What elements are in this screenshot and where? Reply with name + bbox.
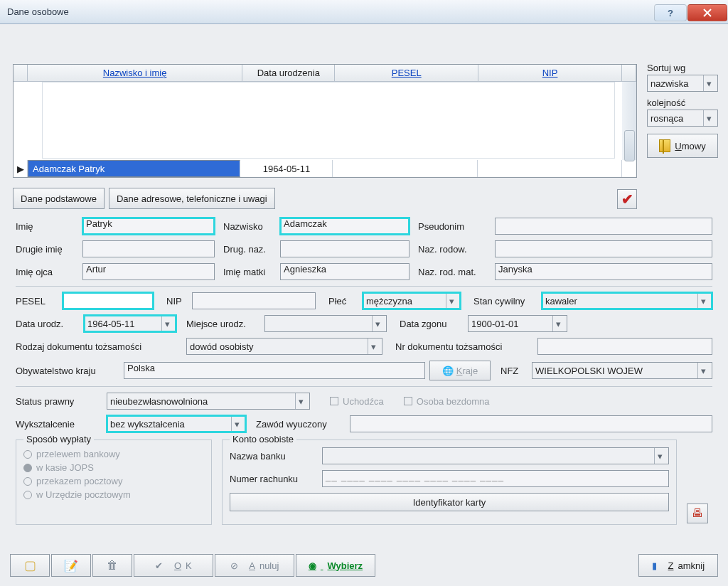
sort-order-label: kolejność: [647, 97, 718, 108]
zawod-input[interactable]: [350, 415, 712, 432]
cell-pesel[interactable]: [333, 160, 477, 177]
ident-karty-button[interactable]: Identyfikator karty: [230, 493, 669, 511]
drugie-imie-input[interactable]: [82, 240, 215, 257]
nr-dok-label: Nr dokumentu tożsamości: [395, 341, 537, 352]
imie-label: Imię: [16, 221, 82, 232]
konto-legend: Konto osobiste: [230, 434, 296, 444]
tab-address[interactable]: Dane adresowe, telefoniczne i uwagi: [109, 188, 275, 209]
anuluj-button[interactable]: ⊘ Anuluj: [215, 554, 294, 577]
wyksztalcenie-select[interactable]: bez wykształcenia▾: [107, 415, 246, 432]
nip-label: NIP: [166, 296, 192, 307]
door-icon: ▮: [652, 560, 657, 571]
check-icon: ✔: [155, 560, 163, 571]
miejsce-urodz-select[interactable]: ▾: [264, 315, 387, 332]
help-button[interactable]: ?: [654, 4, 687, 21]
grid-row[interactable]: ▶ Adamczak Patryk 1964-05-11: [14, 160, 622, 177]
umowy-icon: [659, 139, 670, 152]
miejsce-urodz-label: Miejsce urodz.: [186, 319, 264, 329]
cancel-icon: ⊘: [230, 560, 238, 571]
sort-order-select[interactable]: rosnąca▾: [647, 110, 718, 127]
edit-button[interactable]: 📝: [51, 554, 91, 577]
rachunek-label: Numer rachunku: [230, 474, 322, 484]
window-title: Dane osobowe: [7, 6, 654, 17]
cell-name[interactable]: Adamczak Patryk: [28, 160, 240, 177]
sposob-wyplaty-group: Sposób wypłaty przelewem bankowy w kasie…: [16, 440, 212, 525]
drugie-imie-label: Drugie imię: [16, 244, 82, 255]
tab-basic[interactable]: Dane podstawowe: [13, 188, 105, 209]
obyw-input[interactable]: Polska: [124, 362, 425, 379]
obyw-label: Obywatelstwo kraju: [16, 366, 124, 376]
globe-icon: 🌐: [442, 366, 454, 376]
plec-label: Płeć: [328, 296, 363, 307]
imie-matki-input[interactable]: Agnieszka: [280, 263, 410, 280]
grid-header: Nazwisko i imię Data urodzenia PESEL NIP: [14, 65, 636, 82]
zawod-label: Zawód wyuczony: [256, 419, 350, 430]
pseudonim-input[interactable]: [495, 218, 712, 235]
close-icon: [702, 8, 712, 18]
edit-icon: 📝: [64, 559, 78, 572]
radio-przekaz[interactable]: przekazem pocztowy: [23, 476, 204, 486]
uchodzca-check[interactable]: Uchodźca: [330, 396, 384, 407]
col-name[interactable]: Nazwisko i imię: [28, 65, 242, 82]
form: Imię Patryk Nazwisko Adamczak Pseudonim …: [16, 218, 712, 546]
nfz-select[interactable]: WIELKOPOLSKI WOJEW▾: [532, 362, 712, 379]
new-button[interactable]: ▢: [10, 554, 50, 577]
status-select[interactable]: nieubezwłasnowolniona▾: [107, 393, 310, 410]
sort-by-select[interactable]: nazwiska▾: [647, 75, 718, 92]
trash-icon: 🗑: [107, 559, 118, 572]
row-pointer-icon: ▶: [14, 160, 28, 177]
printer-icon: 🖶: [692, 507, 703, 520]
zamknij-button[interactable]: ▮ Zamknij: [638, 554, 718, 577]
imie-ojca-input[interactable]: Artur: [82, 263, 215, 280]
imie-ojca-label: Imię ojca: [16, 267, 82, 277]
pesel-input[interactable]: [63, 292, 154, 309]
ok-button[interactable]: ✔ OK: [134, 554, 213, 577]
konto-group: Konto osobiste Nazwa banku ▾ Numer rachu…: [222, 440, 677, 525]
data-zgonu-input[interactable]: 1900-01-01▾: [468, 315, 567, 332]
print-button[interactable]: 🖶: [687, 504, 708, 523]
cell-birth[interactable]: 1964-05-11: [240, 160, 333, 177]
imie-matki-label: Imię matki: [223, 267, 280, 277]
rachunek-input[interactable]: __ ____ ____ ____ ____ ____ ____: [322, 470, 669, 487]
delete-button[interactable]: 🗑: [92, 554, 132, 577]
bank-select[interactable]: ▾: [322, 447, 669, 464]
radio-przelew[interactable]: przelewem bankowy: [23, 449, 204, 459]
drug-naz-label: Drug. naz.: [223, 244, 280, 255]
imie-input[interactable]: Patryk: [82, 218, 215, 235]
persons-grid: Nazwisko i imię Data urodzenia PESEL NIP…: [13, 64, 637, 178]
validate-button[interactable]: ✔: [617, 189, 637, 209]
radio-urzad[interactable]: w Urzędzie pocztowym: [23, 489, 204, 500]
sposob-legend: Sposób wypłaty: [23, 434, 94, 444]
col-nip[interactable]: NIP: [478, 65, 622, 82]
rodzaj-dok-select[interactable]: dowód osobisty▾: [186, 338, 382, 355]
select-icon: ◉: [309, 560, 316, 571]
drug-naz-input[interactable]: [280, 240, 410, 257]
stan-select[interactable]: kawaler▾: [542, 292, 712, 309]
nazwisko-input[interactable]: Adamczak: [280, 218, 410, 235]
stan-label: Stan cywilny: [473, 296, 542, 307]
kraje-button[interactable]: 🌐 Kraje: [429, 361, 491, 380]
wyksztalcenie-label: Wykształcenie: [16, 419, 107, 430]
naz-rodow-label: Naz. rodow.: [418, 244, 495, 255]
plec-select[interactable]: mężczyzna▾: [363, 292, 461, 309]
wybierz-button[interactable]: ◉ Wybierz: [296, 554, 375, 577]
nr-dok-input[interactable]: [537, 338, 712, 355]
radio-kasa[interactable]: w kasie JOPS: [23, 462, 204, 473]
umowy-label: mowy: [682, 141, 706, 151]
close-button[interactable]: [687, 4, 727, 21]
cell-nip[interactable]: [478, 160, 622, 177]
scroll-thumb[interactable]: [624, 130, 635, 161]
sort-panel: Sortuj wg nazwiska▾ kolejność rosnąca▾ U…: [647, 63, 718, 158]
umowy-button[interactable]: Umowy: [647, 134, 718, 158]
naz-rod-mat-input[interactable]: Janyska: [495, 263, 712, 280]
bottom-toolbar: ▢ 📝 🗑 ✔ OK ⊘ Anuluj ◉ Wybierz ▮ Zamknij: [10, 552, 718, 579]
naz-rod-mat-label: Naz. rod. mat.: [418, 267, 495, 277]
new-icon: ▢: [24, 558, 36, 573]
sort-by-label: Sortuj wg: [647, 63, 718, 73]
nip-input[interactable]: [192, 292, 316, 309]
col-pesel[interactable]: PESEL: [335, 65, 478, 82]
bezdomna-check[interactable]: Osoba bezdomna: [404, 396, 490, 407]
col-birth[interactable]: Data urodzenia: [242, 65, 335, 82]
data-urodz-input[interactable]: 1964-05-11▾: [84, 315, 176, 332]
naz-rodow-input[interactable]: [495, 240, 712, 257]
